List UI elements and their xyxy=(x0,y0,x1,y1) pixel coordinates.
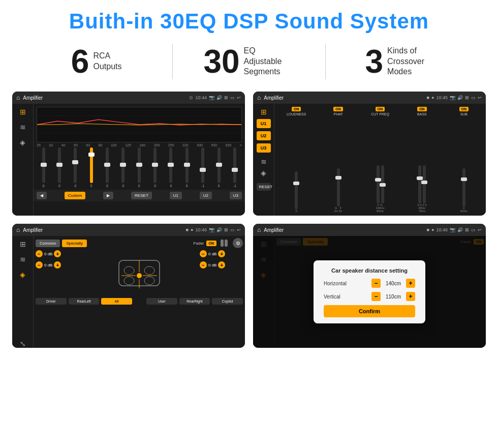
amp2-filter-icon[interactable]: ⊞ xyxy=(261,108,267,116)
confirm-button[interactable]: Confirm xyxy=(324,305,415,317)
screen4-time: 10:46 xyxy=(436,227,448,232)
rearleft-btn[interactable]: RearLeft xyxy=(69,298,100,305)
seg-reset-btn[interactable]: RESET xyxy=(257,183,271,191)
eq-reset-btn[interactable]: RESET xyxy=(131,192,152,199)
eq-filter-icon[interactable]: ⊞ xyxy=(20,108,26,116)
back-icon4: ↩ xyxy=(478,227,482,232)
eq-sidebar: ⊞ ≋ ◈ xyxy=(12,104,34,216)
speaker-diagram: − 0 dB + − 0 dB + xyxy=(36,250,243,296)
u3-preset[interactable]: U3 xyxy=(257,143,271,153)
dialog-box: Car speaker distance setting Horizontal … xyxy=(314,260,425,323)
eq-slider-3[interactable]: 0 xyxy=(74,147,77,188)
eq-custom-btn[interactable]: Custom xyxy=(65,192,86,199)
sub-on[interactable]: ON xyxy=(459,107,469,111)
screen1-content: ⊞ ≋ ◈ xyxy=(12,104,245,216)
screen4-status: ■ ● 10:46 📷 🔊 ⊠ ▭ ↩ xyxy=(427,227,482,232)
all-btn[interactable]: All xyxy=(101,298,132,305)
loudness-on[interactable]: ON xyxy=(292,107,301,111)
amp3-expand-icon[interactable]: ⤡ xyxy=(20,340,26,348)
copilot-btn[interactable]: Copilot xyxy=(212,298,243,305)
eq-slider-9[interactable]: 0 xyxy=(169,147,172,188)
dot-icon3: ● xyxy=(191,227,193,232)
minus-btn-3[interactable]: − xyxy=(200,250,207,257)
phat-on[interactable]: ON xyxy=(333,107,343,111)
settings-icon[interactable]: ⚙ xyxy=(233,238,243,248)
eq-slider-10[interactable]: 0 xyxy=(185,147,189,188)
vertical-minus[interactable]: − xyxy=(371,292,381,301)
bat-icon3: ▭ xyxy=(230,227,235,232)
stat-text-eq: EQ Adjustable Segments xyxy=(244,46,295,77)
eq-slider-5[interactable]: 0 xyxy=(106,147,109,188)
vertical-label: Vertical xyxy=(324,294,340,300)
eq-slider-12[interactable]: 0 xyxy=(217,147,221,188)
eq-u1-btn[interactable]: U1 xyxy=(170,192,182,199)
eq-graph xyxy=(37,107,242,142)
battery-icon: ▭ xyxy=(230,95,235,100)
eq-slider-6[interactable]: 0 xyxy=(121,147,124,188)
back-icon: ↩ xyxy=(237,95,241,100)
u1-preset[interactable]: U1 xyxy=(257,119,271,128)
screen1: ⌂ Amplifier ⊙ 10:44 📷 🔊 ⊠ ▭ ↩ ⊞ ≋ ◈ xyxy=(12,92,245,216)
home-icon: ⌂ xyxy=(16,94,20,101)
stat-number-eq: 30 xyxy=(203,45,239,78)
amp3-wave-icon[interactable]: ≋ xyxy=(20,255,26,263)
plus-btn-1[interactable]: + xyxy=(54,250,61,257)
eq-sliders: 0 0 0 5 0 xyxy=(34,148,245,189)
plus-btn-2[interactable]: + xyxy=(54,261,61,268)
driver-btn[interactable]: Driver xyxy=(36,298,67,305)
home-icon2: ⌂ xyxy=(257,94,261,101)
amp2-speaker-icon[interactable]: ◈ xyxy=(261,169,266,177)
svg-point-7 xyxy=(124,277,134,285)
minus-btn-1[interactable]: − xyxy=(36,250,43,257)
plus-btn-3[interactable]: + xyxy=(218,250,225,257)
minus-btn-4[interactable]: − xyxy=(200,261,207,268)
eq-main: 25 32 40 50 63 80 100 125 160 200 250 32… xyxy=(34,104,245,216)
bass-label: BASS xyxy=(417,112,427,116)
u2-preset[interactable]: U2 xyxy=(257,131,271,140)
specialty-btn[interactable]: Specialty xyxy=(62,240,86,247)
horizontal-minus[interactable]: − xyxy=(371,279,381,288)
eq-next-btn[interactable]: ▶ xyxy=(103,192,113,199)
vertical-plus[interactable]: + xyxy=(406,292,415,301)
eq-speaker-icon[interactable]: ◈ xyxy=(20,138,25,146)
amp3-speaker-icon[interactable]: ◈ xyxy=(20,271,25,279)
common-btn[interactable]: Common xyxy=(36,240,60,247)
dialog-overlay: Car speaker distance setting Horizontal … xyxy=(253,236,486,348)
amp2-wave-icon[interactable]: ≋ xyxy=(261,158,267,166)
plus-btn-4[interactable]: + xyxy=(218,261,225,268)
vertical-controls: − 110cm + xyxy=(371,292,415,301)
eq-slider-7[interactable]: 0 xyxy=(138,147,141,188)
amp3-filter-icon[interactable]: ⊞ xyxy=(20,240,26,248)
page-title: Buith-in 30EQ DSP Sound System xyxy=(10,9,488,34)
x-icon3: ⊠ xyxy=(224,227,228,232)
phat-label: PHAT xyxy=(334,112,343,116)
eq-u2-btn[interactable]: U2 xyxy=(200,192,212,199)
screen2: ⌂ Amplifier ■ ● 10:45 📷 🔊 ⊠ ▭ ↩ ⊞ U1 U2 … xyxy=(253,92,486,216)
eq-slider-11[interactable]: -1 xyxy=(201,147,204,188)
col-cutfreq: ON CUT FREQ F G 100Hz80Hz xyxy=(360,107,400,213)
stat-number-crossover: 3 xyxy=(365,45,384,78)
eq-slider-2[interactable]: 0 xyxy=(58,147,61,188)
eq-slider-13[interactable]: -1 xyxy=(233,147,236,188)
bass-on[interactable]: ON xyxy=(417,107,427,111)
fader-on[interactable]: ON xyxy=(206,241,217,246)
screen3-bar: ⌂ Amplifier ■ ● 10:46 📷 🔊 ⊠ ▭ ↩ xyxy=(12,224,245,236)
eq-wave-icon[interactable]: ≋ xyxy=(20,123,26,131)
minus-btn-2[interactable]: − xyxy=(36,261,43,268)
fader-label: Fader xyxy=(194,241,204,246)
eq-slider-8[interactable]: 0 xyxy=(153,147,157,188)
rearright-btn[interactable]: RearRight xyxy=(179,298,210,305)
horizontal-plus[interactable]: + xyxy=(406,279,415,288)
eq-slider-4[interactable]: 5 xyxy=(90,147,93,188)
x-icon2: ⊠ xyxy=(465,95,469,100)
cutfreq-label: CUT FREQ xyxy=(371,112,389,116)
cutfreq-on[interactable]: ON xyxy=(376,107,385,111)
col-bass: ON BASS 3.0 2.5 90Hz70Hz xyxy=(402,107,442,213)
bat-icon2: ▭ xyxy=(471,95,476,100)
eq-prev-btn[interactable]: ◀ xyxy=(37,192,47,199)
back-icon2: ↩ xyxy=(478,95,482,100)
user-btn[interactable]: User xyxy=(146,298,177,305)
eq-slider-1[interactable]: 0 xyxy=(42,147,45,188)
eq-u3-btn[interactable]: U3 xyxy=(230,192,242,199)
screen4-bar: ⌂ Amplifier ■ ● 10:46 📷 🔊 ⊠ ▭ ↩ xyxy=(253,224,486,236)
